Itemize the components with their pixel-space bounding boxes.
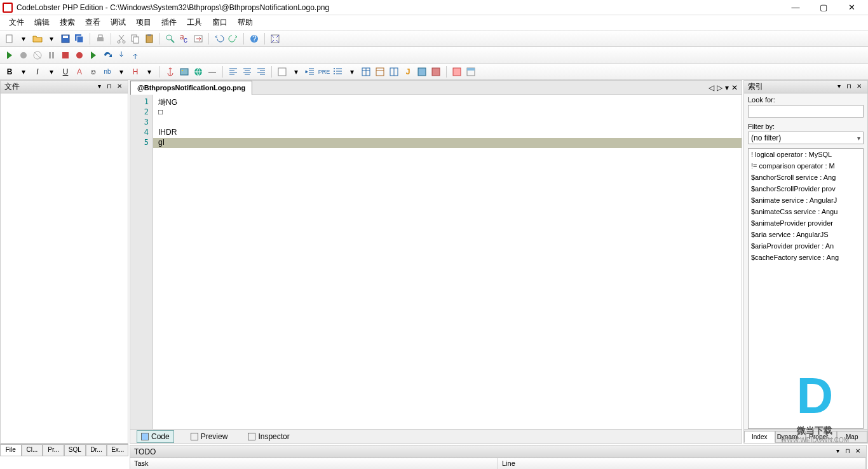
view-preview-tab[interactable]: Preview [187, 431, 232, 442]
view-inspector-tab[interactable]: Inspector [244, 431, 293, 442]
css-icon[interactable] [416, 66, 428, 78]
step-into-icon[interactable] [116, 50, 127, 61]
anchor-icon[interactable] [165, 66, 176, 78]
maximize-button[interactable]: ▢ [810, 1, 837, 15]
new-file-icon[interactable] [4, 33, 15, 44]
pause-icon[interactable] [46, 50, 57, 61]
run-icon[interactable] [4, 50, 15, 61]
stop-icon[interactable] [60, 50, 71, 61]
filter-select[interactable]: (no filter)▾ [748, 132, 864, 144]
menu-project[interactable]: 项目 [131, 16, 156, 29]
tool-icon[interactable] [18, 50, 29, 61]
list-item[interactable]: $animateCss service : Angu [749, 206, 863, 217]
fullscreen-icon[interactable] [269, 33, 281, 44]
layout-icon[interactable] [465, 66, 477, 78]
panel-close-icon[interactable]: ✕ [853, 447, 862, 456]
code-editor[interactable]: 12345 塒NG □ IHDR gI [130, 95, 742, 429]
dropdown-icon[interactable]: ▾ [116, 66, 127, 78]
copy-icon[interactable] [130, 33, 141, 44]
heading-icon[interactable]: H [130, 66, 141, 78]
step-over-icon[interactable] [102, 50, 113, 61]
panel-dropdown-icon[interactable]: ▾ [95, 83, 104, 92]
pre-icon[interactable]: PRE [318, 66, 330, 78]
look-for-input[interactable] [748, 105, 864, 118]
redo-icon[interactable] [227, 33, 239, 44]
link-icon[interactable] [193, 66, 204, 78]
panel-dropdown-icon[interactable]: ▾ [834, 83, 843, 92]
menu-tools[interactable]: 工具 [182, 16, 207, 29]
dropdown-icon[interactable]: ▾ [290, 66, 302, 78]
list-item[interactable]: ! logical operator : MySQL [749, 149, 863, 160]
check-icon[interactable] [451, 66, 463, 78]
panel-close-icon[interactable]: ✕ [115, 83, 124, 92]
open-icon[interactable] [32, 33, 43, 44]
tab-close-icon[interactable]: ✕ [731, 83, 738, 92]
code-line-current[interactable]: gI [153, 138, 742, 148]
validate-icon[interactable] [430, 66, 442, 78]
cancel-icon[interactable] [32, 50, 43, 61]
step-out-icon[interactable] [130, 50, 141, 61]
image-icon[interactable] [179, 66, 190, 78]
step-icon[interactable] [88, 50, 99, 61]
code-line[interactable]: IHDR [153, 128, 742, 138]
paste-icon[interactable] [144, 33, 155, 44]
hr-icon[interactable]: — [207, 66, 218, 78]
open-dropdown-icon[interactable]: ▾ [46, 33, 57, 44]
dropdown-icon[interactable]: ▾ [46, 66, 57, 78]
cut-icon[interactable] [116, 33, 127, 44]
list-item[interactable]: $anchorScrollProvider prov [749, 183, 863, 194]
table3-icon[interactable] [388, 66, 400, 78]
list-item[interactable]: $cacheFactory service : Ang [749, 252, 863, 263]
code-line[interactable] [153, 118, 742, 128]
underline-icon[interactable]: U [60, 66, 71, 78]
find-icon[interactable] [165, 33, 176, 44]
bold-icon[interactable]: B [4, 66, 15, 78]
tab-sql[interactable]: SQL [64, 444, 86, 456]
tab-dr[interactable]: Dr... [86, 444, 107, 456]
menu-window[interactable]: 窗口 [207, 16, 233, 29]
list-item[interactable]: $animateProvider provider [749, 217, 863, 229]
list-item[interactable]: $ariaProvider provider : An [749, 240, 863, 252]
panel-pin-icon[interactable]: ⊓ [843, 447, 852, 456]
align-right-icon[interactable] [255, 66, 267, 78]
table-icon[interactable] [360, 66, 372, 78]
form-icon[interactable] [276, 66, 288, 78]
tab-file[interactable]: File [0, 444, 22, 456]
panel-close-icon[interactable]: ✕ [855, 83, 864, 92]
print-icon[interactable] [95, 33, 106, 44]
menu-edit[interactable]: 编辑 [29, 16, 55, 29]
nbsp-icon[interactable]: nb [102, 66, 113, 78]
code-line[interactable]: □ [153, 107, 742, 118]
script-icon[interactable]: J [402, 66, 414, 78]
goto-icon[interactable] [193, 33, 204, 44]
close-button[interactable]: ✕ [837, 1, 865, 15]
dropdown-icon[interactable]: ▾ [18, 66, 29, 78]
todo-col-line[interactable]: Line [498, 458, 866, 469]
file-tree[interactable] [1, 93, 128, 443]
replace-icon[interactable]: ac [179, 33, 190, 44]
emoji-icon[interactable]: ☺ [88, 66, 99, 78]
list-item[interactable]: != comparison operator : M [749, 160, 863, 172]
dropdown-icon[interactable]: ▾ [346, 66, 358, 78]
dropdown-icon[interactable]: ▾ [144, 66, 155, 78]
tab-ex[interactable]: Ex... [107, 444, 128, 456]
tab-index[interactable]: Index [744, 431, 775, 443]
list-item[interactable]: $anchorScroll service : Ang [749, 172, 863, 183]
breakpoint-icon[interactable] [74, 50, 85, 61]
align-center-icon[interactable] [241, 66, 253, 78]
panel-dropdown-icon[interactable]: ▾ [833, 447, 842, 456]
menu-view[interactable]: 查看 [80, 16, 105, 29]
editor-tab-active[interactable]: @BthpropsNotificationLogo.png [130, 81, 252, 95]
tab-menu-icon[interactable]: ▾ [725, 83, 729, 92]
menu-help[interactable]: 帮助 [233, 16, 258, 29]
tab-prev-icon[interactable]: ◁ [709, 83, 714, 92]
menu-file[interactable]: 文件 [4, 16, 29, 29]
menu-search[interactable]: 搜索 [55, 16, 80, 29]
help-icon[interactable]: ? [248, 33, 260, 44]
table2-icon[interactable] [374, 66, 386, 78]
list-item[interactable]: $aria service : AngularJS [749, 229, 863, 240]
code-line[interactable]: 塒NG [153, 97, 742, 107]
save-icon[interactable] [60, 33, 71, 44]
view-code-tab[interactable]: Code [137, 430, 174, 443]
panel-pin-icon[interactable]: ⊓ [844, 83, 853, 92]
